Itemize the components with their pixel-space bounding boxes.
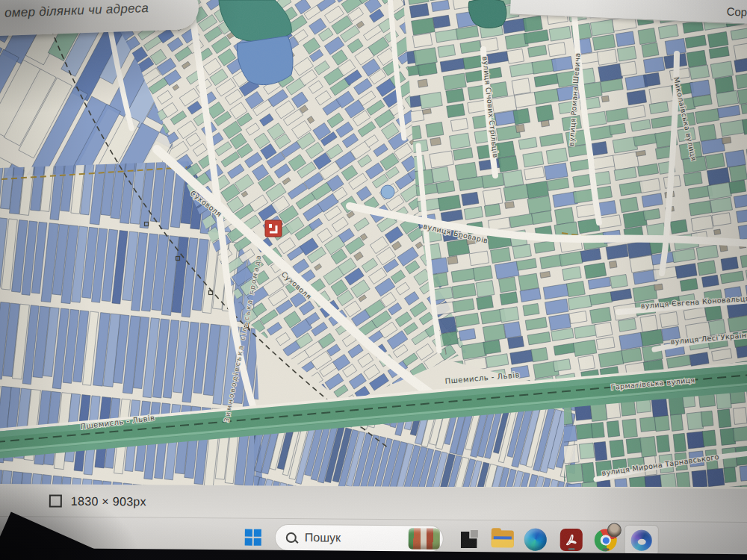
edge-button[interactable] [523, 527, 548, 553]
taskbar-search-input[interactable]: Пошук [275, 524, 444, 553]
cadastral-map[interactable]: СуховоляСуховолявулиця Броваріввулиця Сі… [0, 0, 747, 487]
acrobat-button[interactable] [559, 527, 584, 553]
selected-parcel-marker[interactable] [265, 220, 282, 237]
chrome-profile-avatar [607, 523, 622, 537]
windows-logo-icon [245, 529, 261, 546]
edge-icon [524, 529, 547, 551]
chrome-button[interactable] [593, 527, 619, 553]
folder-icon [492, 530, 514, 548]
paint-button[interactable] [624, 525, 659, 556]
selection-dimensions: 1830 × 903px [71, 494, 146, 508]
bing-daily-image-thumbnail[interactable] [409, 528, 440, 549]
paint-icon [631, 530, 652, 551]
search-icon [286, 532, 297, 544]
selection-rectangle-icon [49, 495, 62, 508]
task-view-button[interactable] [457, 526, 483, 552]
running-indicator [603, 548, 610, 550]
start-button[interactable] [241, 525, 266, 550]
screen-photo: СуховоляСуховолявулиця Броваріввулиця Сі… [0, 0, 747, 560]
screen-content: СуховоляСуховолявулиця Броваріввулиця Сі… [0, 0, 747, 560]
map-search-placeholder: омер ділянки чи адреса [4, 1, 149, 21]
copilot-button[interactable]: Copilot [726, 5, 747, 19]
taskbar-search-label: Пошук [305, 531, 341, 544]
file-explorer-button[interactable] [490, 526, 515, 552]
running-indicator [568, 548, 575, 550]
task-view-icon [461, 530, 479, 548]
